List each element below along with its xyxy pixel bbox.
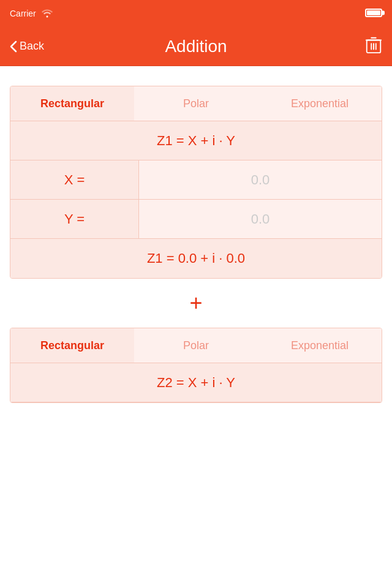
status-bar: Carrier [0,0,392,27]
carrier-label: Carrier [10,9,36,18]
z1-result-row: Z1 = 0.0 + i · 0.0 [10,239,382,278]
z1-y-field-wrap[interactable] [139,200,382,238]
nav-bar: Back Addition [0,27,392,66]
trash-button[interactable] [365,36,382,58]
wifi-icon [41,8,53,20]
z1-x-input[interactable] [139,172,382,188]
back-button[interactable]: Back [10,40,44,53]
z1-result: Z1 = 0.0 + i · 0.0 [147,251,245,266]
z1-x-label: X = [10,160,139,199]
z1-formula: Z1 = X + i · Y [157,133,235,149]
page-title: Addition [165,27,227,66]
z1-tab-rectangular[interactable]: Rectangular [10,86,134,121]
z2-formula: Z2 = X + i · Y [157,375,235,391]
z2-formula-row: Z2 = X + i · Y [10,363,382,402]
z1-formula-row: Z1 = X + i · Y [10,121,382,160]
z1-card: Rectangular Polar Exponential Z1 = X + i… [10,86,382,279]
z1-y-row: Y = [10,200,382,239]
z1-tab-row: Rectangular Polar Exponential [10,86,382,121]
operator-section: + [10,279,382,328]
z2-tab-exponential[interactable]: Exponential [258,328,382,363]
z2-tab-polar[interactable]: Polar [134,328,258,363]
z1-tab-polar[interactable]: Polar [134,86,258,121]
z1-x-row: X = [10,160,382,200]
main-content: Rectangular Polar Exponential Z1 = X + i… [0,66,392,423]
z2-card: Rectangular Polar Exponential Z2 = X + i… [10,328,382,403]
z2-tab-rectangular[interactable]: Rectangular [10,328,134,363]
operator-symbol: + [189,290,202,316]
battery-indicator [365,9,382,19]
z1-tab-exponential[interactable]: Exponential [258,86,382,121]
z1-x-field-wrap[interactable] [139,160,382,199]
z2-tab-row: Rectangular Polar Exponential [10,328,382,363]
back-label: Back [20,40,44,53]
z1-y-input[interactable] [139,211,382,227]
z1-y-label: Y = [10,200,139,238]
